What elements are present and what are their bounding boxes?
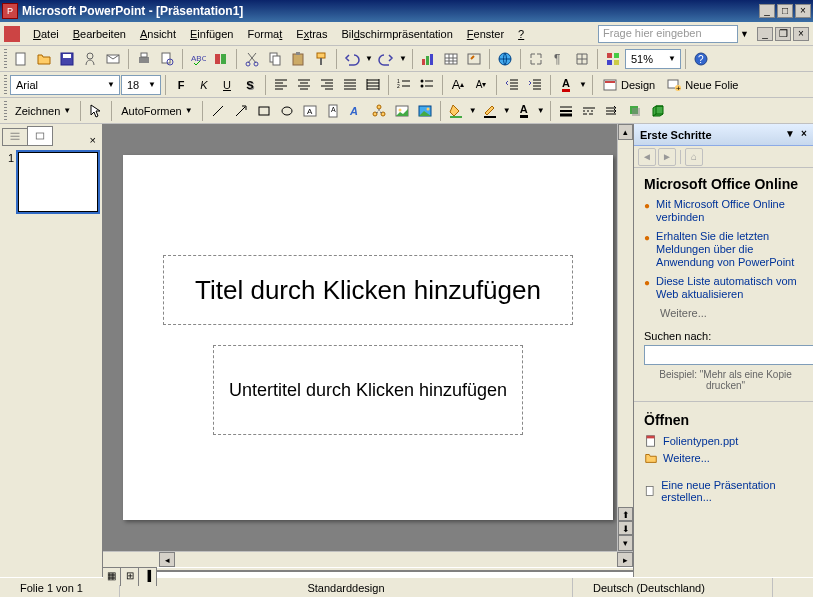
link-latest-news[interactable]: ●Erhalten Sie die letzten Meldungen über… [644,230,807,269]
status-language[interactable]: Deutsch (Deutschland) [573,578,773,597]
clipart-button[interactable] [391,100,413,122]
research-button[interactable] [210,48,232,70]
scroll-down-button[interactable]: ▾ [618,535,633,551]
next-slide-button[interactable]: ⬇ [618,521,633,535]
insert-chart-button[interactable] [417,48,439,70]
ask-dropdown[interactable]: ▼ [738,29,751,39]
thumbnail-row[interactable]: 1 [4,152,98,212]
show-formatting-button[interactable]: ¶ [548,48,570,70]
outline-tab[interactable] [2,128,28,146]
menu-extras[interactable]: Extras [289,25,334,43]
diagram-button[interactable] [368,100,390,122]
link-auto-update[interactable]: ●Diese Liste automatisch vom Web aktuali… [644,275,807,301]
minimize-button[interactable]: _ [759,4,775,18]
color-button[interactable] [602,48,624,70]
doc-restore-button[interactable]: ❐ [775,27,791,41]
autoshapes-button[interactable]: AutoFormen▼ [116,100,197,122]
wordart-button[interactable]: A [345,100,367,122]
expand-button[interactable] [525,48,547,70]
bold-button[interactable]: F [170,74,192,96]
insert-table-button[interactable] [440,48,462,70]
decrease-indent-button[interactable] [501,74,523,96]
new-presentation-link[interactable]: Eine neue Präsentation erstellen... [644,479,807,503]
italic-button[interactable]: K [193,74,215,96]
nav-back-button[interactable]: ◄ [638,148,656,166]
open-more-link[interactable]: Weitere... [644,451,807,465]
panel-close-button[interactable]: × [84,134,102,146]
zoom-combo[interactable]: 51%▼ [625,49,681,69]
toolbar-handle[interactable] [4,49,7,69]
menu-fenster[interactable]: Fenster [460,25,511,43]
insert-hyperlink-button[interactable] [494,48,516,70]
line-color-button[interactable] [479,100,501,122]
toolbar-handle[interactable] [4,101,7,121]
align-justify-button[interactable] [339,74,361,96]
arrow-style-button[interactable] [601,100,623,122]
draw-menu-button[interactable]: Zeichnen▼ [10,100,76,122]
taskpane-close-button[interactable]: × [797,128,811,142]
line-button[interactable] [207,100,229,122]
3d-style-button[interactable] [647,100,669,122]
font-size-combo[interactable]: 18▼ [121,75,161,95]
search-input[interactable] [644,345,813,365]
copy-button[interactable] [264,48,286,70]
help-button[interactable]: ? [690,48,712,70]
normal-view-button[interactable]: ▦ [103,568,121,586]
title-placeholder[interactable]: Titel durch Klicken hinzufügen [163,255,573,325]
nav-home-button[interactable]: ⌂ [685,148,703,166]
vertical-scrollbar[interactable]: ▴ ⬆ ⬇ ▾ [617,124,633,551]
decrease-font-button[interactable]: A▾ [470,74,492,96]
menu-ansicht[interactable]: Ansicht [133,25,183,43]
tables-borders-button[interactable] [463,48,485,70]
scroll-right-button[interactable]: ▸ [617,552,633,567]
fill-color-dropdown[interactable]: ▼ [468,100,478,122]
doc-minimize-button[interactable]: _ [757,27,773,41]
app-icon-small[interactable] [4,26,20,42]
menu-help[interactable]: ? [511,25,531,43]
format-painter-button[interactable] [310,48,332,70]
subtitle-placeholder[interactable]: Untertitel durch Klicken hinzufügen [213,345,523,435]
undo-button[interactable] [341,48,363,70]
align-right-button[interactable] [316,74,338,96]
font-color-draw-button[interactable]: A [513,100,535,122]
picture-button[interactable] [414,100,436,122]
print-preview-button[interactable] [156,48,178,70]
undo-dropdown[interactable]: ▼ [364,48,374,70]
sorter-view-button[interactable]: ⊞ [121,568,139,586]
font-color-dropdown[interactable]: ▼ [578,74,588,96]
shadow-button[interactable]: S [239,74,261,96]
slides-tab[interactable] [27,126,53,146]
menu-datei[interactable]: Datei [26,25,66,43]
cut-button[interactable] [241,48,263,70]
paste-button[interactable] [287,48,309,70]
oval-button[interactable] [276,100,298,122]
redo-dropdown[interactable]: ▼ [398,48,408,70]
spelling-button[interactable]: ABC [187,48,209,70]
rectangle-button[interactable] [253,100,275,122]
close-button[interactable]: × [795,4,811,18]
slide-canvas[interactable]: Titel durch Klicken hinzufügen Untertite… [123,155,613,520]
dash-style-button[interactable] [578,100,600,122]
save-button[interactable] [56,48,78,70]
font-combo[interactable]: Arial▼ [10,75,120,95]
increase-font-button[interactable]: A▴ [447,74,469,96]
arrow-button[interactable] [230,100,252,122]
distributed-button[interactable] [362,74,384,96]
new-button[interactable] [10,48,32,70]
slide-workspace[interactable]: Titel durch Klicken hinzufügen Untertite… [103,124,633,551]
font-color-button[interactable]: A [555,74,577,96]
align-left-button[interactable] [270,74,292,96]
toolbar-handle[interactable] [4,75,7,95]
prev-slide-button[interactable]: ⬆ [618,507,633,521]
numbering-button[interactable]: 12 [393,74,415,96]
slide-thumbnail[interactable] [18,152,98,212]
redo-button[interactable] [375,48,397,70]
recent-file-link[interactable]: Folientypen.ppt [644,434,807,448]
scroll-up-button[interactable]: ▴ [618,124,633,140]
line-color-dropdown[interactable]: ▼ [502,100,512,122]
menu-einfuegen[interactable]: Einfügen [183,25,240,43]
select-objects-button[interactable] [85,100,107,122]
doc-close-button[interactable]: × [793,27,809,41]
slideshow-view-button[interactable]: ▐ [139,568,157,586]
ask-question-input[interactable]: Frage hier eingeben [598,25,738,43]
